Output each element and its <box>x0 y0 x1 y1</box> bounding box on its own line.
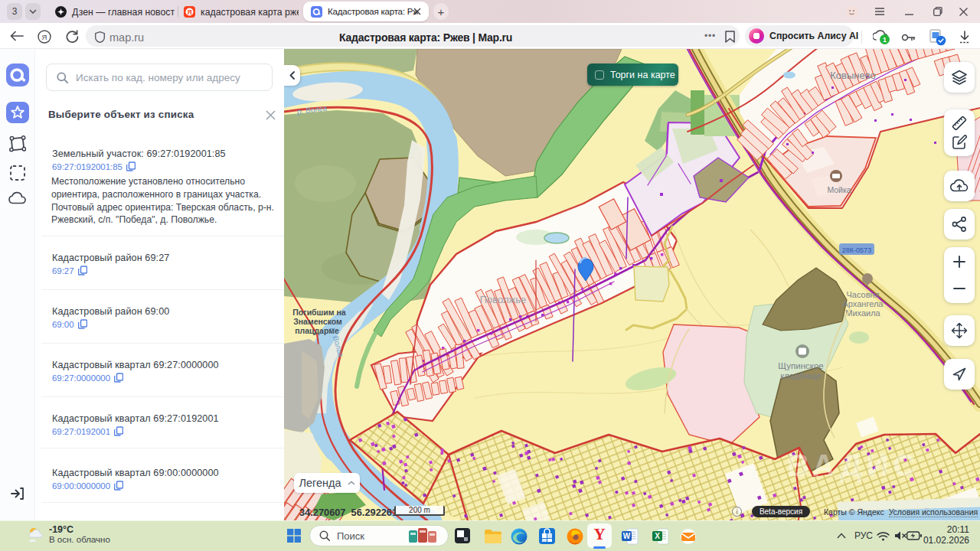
svg-text:Я: Я <box>187 8 191 16</box>
svg-text:1: 1 <box>883 36 887 44</box>
svg-text:Я: Я <box>42 33 47 41</box>
svg-text:Часовня: Часовня <box>846 290 879 299</box>
svg-text:Мойка: Мойка <box>827 185 851 194</box>
svg-text:Михаила: Михаила <box>845 308 880 318</box>
svg-text:кладбище: кладбище <box>780 371 822 380</box>
svg-text:Знаменском: Знаменском <box>293 317 342 326</box>
svg-text:Архангела: Архангела <box>843 299 884 308</box>
svg-text:28К-0573: 28К-0573 <box>842 246 871 254</box>
svg-text:W: W <box>623 532 631 540</box>
svg-text:Поволжье: Поволжье <box>480 294 527 305</box>
svg-text:X: X <box>655 532 660 540</box>
svg-text:Щупинское: Щупинское <box>778 361 824 370</box>
svg-text:Ковынево: Ковынево <box>830 70 875 81</box>
svg-text:Погибшим на: Погибшим на <box>292 308 346 317</box>
svg-text:ВАДИС: ВАДИС <box>787 448 920 482</box>
